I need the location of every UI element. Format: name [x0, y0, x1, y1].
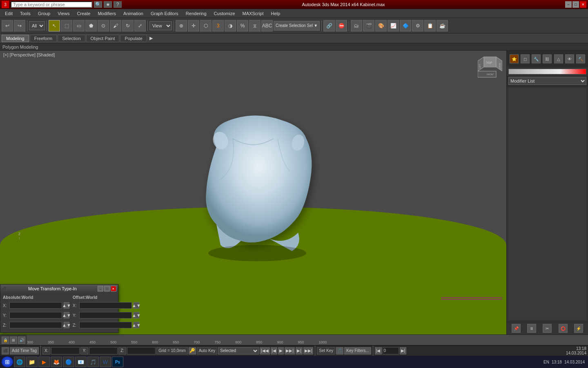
modifier-list-select[interactable]: Modifier List — [508, 77, 586, 85]
x-spin-off[interactable]: ▲▼ — [134, 302, 139, 309]
motion-btn[interactable]: △ — [554, 54, 563, 63]
y-spin-abs[interactable]: ▲▼ — [64, 312, 69, 319]
menu-help[interactable]: Help — [268, 10, 284, 17]
minimize-btn[interactable]: – — [565, 1, 572, 8]
render-btn[interactable]: ☕ — [437, 20, 448, 31]
float-close-btn[interactable]: ✕ — [111, 286, 116, 292]
menu-create[interactable]: Create — [74, 10, 94, 17]
material-editor-btn[interactable]: 🎨 — [375, 20, 387, 31]
next-frame-btn[interactable]: ▶| — [296, 347, 303, 355]
float-minimize-btn[interactable]: – — [98, 286, 103, 292]
display-btn[interactable]: ⭐ — [510, 54, 519, 63]
key-filters-btn[interactable]: Key Filters... — [344, 347, 371, 355]
mirror-btn[interactable]: ⬡ — [200, 20, 212, 31]
navigation-cube[interactable]: TOP LEFT RIGHT FRONT — [478, 55, 502, 79]
timeline-lock-btn[interactable]: 🔒 — [2, 337, 9, 344]
pin-btn[interactable]: 📌 — [512, 324, 521, 333]
key-filter-icon[interactable]: 🎵 — [336, 347, 343, 355]
menu-group[interactable]: Group — [35, 10, 54, 17]
use-pivot-btn[interactable]: ⊕ — [176, 20, 187, 31]
select-region-btn[interactable]: ⬚ — [61, 20, 72, 31]
render-setup-btn[interactable]: 🎬 — [363, 20, 374, 31]
x-coord-input[interactable] — [51, 347, 80, 355]
taskbar-ie[interactable]: 🌐 — [14, 357, 25, 367]
scale-btn[interactable]: ⤢ — [134, 20, 146, 31]
float-restore-btn[interactable]: □ — [104, 286, 110, 292]
timeline-filter-btn[interactable]: ⊞ — [10, 337, 17, 344]
next-frame-icon2[interactable]: ▶| — [400, 347, 407, 355]
key-icon-btn[interactable]: 🔑 — [189, 347, 196, 355]
paint-select-btn[interactable]: 🖌 — [110, 20, 121, 31]
modify-btn[interactable]: 🔧 — [532, 54, 541, 63]
tab-selection[interactable]: Selection — [58, 35, 85, 42]
timeline-sound-btn[interactable]: 🔊 — [18, 337, 25, 344]
x-input-abs[interactable] — [9, 302, 62, 309]
play-all-btn[interactable]: ▶▶| — [285, 347, 295, 355]
float-title-bar[interactable]: ⬛ Move Transform Type-In – □ ✕ — [0, 285, 118, 293]
configure-btn[interactable]: ⚡ — [574, 324, 583, 333]
menu-graph-editors[interactable]: Graph Editors — [147, 10, 182, 17]
prev-frame-icon[interactable]: |◀ — [375, 347, 382, 355]
y-spin-off[interactable]: ▲▼ — [134, 312, 139, 319]
curve-editor-btn[interactable]: 📈 — [388, 20, 399, 31]
schematic-view-btn[interactable]: 🔷 — [400, 20, 411, 31]
add-time-tag-btn[interactable]: Add Time Tag — [10, 347, 39, 355]
color-swatch[interactable] — [508, 69, 586, 74]
create-selection-btn[interactable]: Create Selection Sel ▼ — [274, 21, 320, 31]
menu-customize[interactable]: Customize — [211, 10, 238, 17]
taskbar-mediaplayer[interactable]: ▶ — [38, 357, 50, 367]
tab-modeling[interactable]: Modeling — [2, 35, 29, 42]
maximize-btn[interactable]: □ — [572, 1, 579, 8]
create-btn[interactable]: ◻ — [521, 54, 530, 63]
y-input-abs[interactable] — [9, 312, 62, 319]
menu-rendering[interactable]: Rendering — [183, 10, 210, 17]
menu-tools[interactable]: Tools — [17, 10, 34, 17]
menu-animation[interactable]: Animation — [120, 10, 147, 17]
utilities-btn[interactable]: 🔨 — [576, 54, 585, 63]
go-end-btn[interactable]: ▶▶| — [303, 347, 314, 355]
layer-btn[interactable]: 🗂 — [351, 20, 362, 31]
help-btn[interactable]: ? — [114, 1, 122, 8]
settings-btn[interactable]: ⚙ — [412, 20, 423, 31]
taskbar-word[interactable]: W — [100, 357, 111, 367]
timeline-ruler[interactable]: 300 350 400 450 500 550 600 650 700 750 … — [27, 335, 588, 345]
bookmark-btn[interactable]: ★ — [104, 1, 112, 8]
unlink-btn[interactable]: ⛔ — [336, 20, 347, 31]
x-input-off[interactable] — [79, 302, 132, 309]
taskbar-media2[interactable]: 🎵 — [87, 357, 99, 367]
z-spin-off[interactable]: ▲▼ — [134, 322, 139, 328]
y-input-off[interactable] — [79, 312, 132, 319]
search-btn[interactable]: 🔍 — [94, 1, 102, 8]
stack-pin-btn[interactable]: ⏸ — [527, 324, 536, 333]
remove-modifier-btn[interactable]: ✂ — [543, 324, 552, 333]
close-btn[interactable]: ✕ — [580, 1, 586, 8]
snap-btn[interactable]: ✛ — [188, 20, 199, 31]
view-select[interactable]: View — [149, 21, 172, 30]
link-btn[interactable]: 🔗 — [323, 20, 335, 31]
material-btn[interactable]: ◑ — [225, 20, 236, 31]
undo-btn[interactable]: ↩ — [2, 20, 13, 31]
display2-btn[interactable]: 👁 — [565, 54, 574, 63]
select-btn[interactable]: ↖ — [49, 20, 60, 31]
fence-select-btn[interactable]: ⬟ — [85, 20, 97, 31]
start-btn[interactable]: ⊞ — [2, 357, 13, 367]
asset-tracking-btn[interactable]: 📋 — [424, 20, 436, 31]
taskbar-chrome[interactable]: 🔵 — [63, 357, 74, 367]
menu-edit[interactable]: Edit — [2, 10, 16, 17]
frame-number-input[interactable] — [383, 347, 399, 355]
percent-btn[interactable]: % — [237, 20, 248, 31]
tab-freeform[interactable]: Freeform — [30, 35, 57, 42]
x-spin-abs[interactable]: ▲▼ — [64, 302, 69, 309]
selected-dropdown[interactable]: Selected — [218, 347, 259, 355]
hierarchy-btn[interactable]: ⛓ — [543, 54, 552, 63]
menu-maxscript[interactable]: MAXScript — [239, 10, 267, 17]
menu-modifiers[interactable]: Modifiers — [94, 10, 119, 17]
taskbar-firefox[interactable]: 🦊 — [51, 357, 62, 367]
redo-btn[interactable]: ↪ — [14, 20, 25, 31]
play-btn[interactable]: ▶ — [278, 347, 284, 355]
z-input-abs[interactable] — [9, 322, 62, 328]
tab-object-paint[interactable]: Object Paint — [86, 35, 120, 42]
tab-populate[interactable]: Populate — [120, 35, 147, 42]
rect-select-btn[interactable]: ▭ — [73, 20, 85, 31]
z-input-off[interactable] — [79, 322, 132, 328]
